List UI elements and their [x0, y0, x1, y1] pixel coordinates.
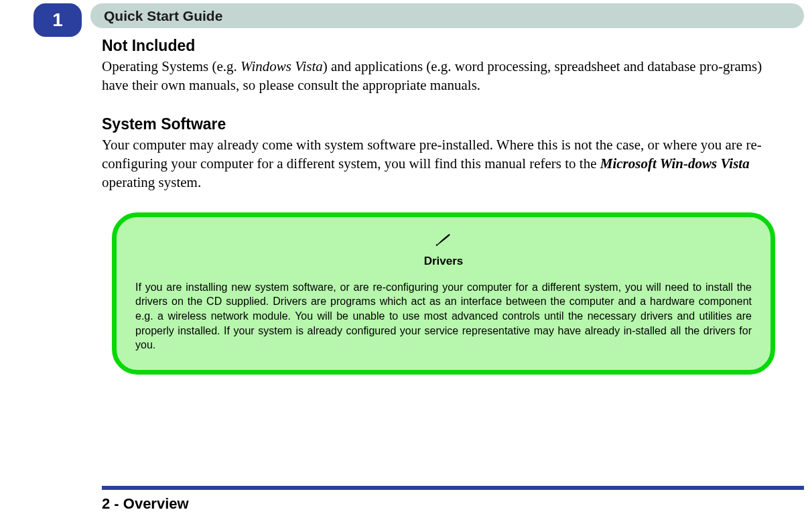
- chapter-number: 1: [52, 9, 63, 31]
- system-software-heading: System Software: [102, 115, 775, 133]
- page: 1 Quick Start Guide Not Included Operati…: [0, 0, 812, 518]
- pen-icon: [435, 232, 452, 248]
- drivers-callout: Drivers If you are installing new system…: [112, 212, 775, 375]
- chapter-tab-badge: 1: [33, 3, 82, 37]
- content-area: Not Included Operating Systems (e.g. Win…: [102, 37, 775, 375]
- footer-rule: [102, 486, 804, 490]
- not-included-heading: Not Included: [102, 37, 775, 55]
- header-bar: Quick Start Guide: [90, 3, 804, 28]
- header-title: Quick Start Guide: [104, 8, 222, 24]
- not-included-body: Operating Systems (e.g. Windows Vista) a…: [102, 57, 775, 95]
- callout-title: Drivers: [135, 255, 752, 268]
- system-software-body: Your computer may already come with syst…: [102, 135, 775, 192]
- footer-text: 2 - Overview: [102, 495, 189, 513]
- callout-body: If you are installing new system softwar…: [135, 280, 752, 352]
